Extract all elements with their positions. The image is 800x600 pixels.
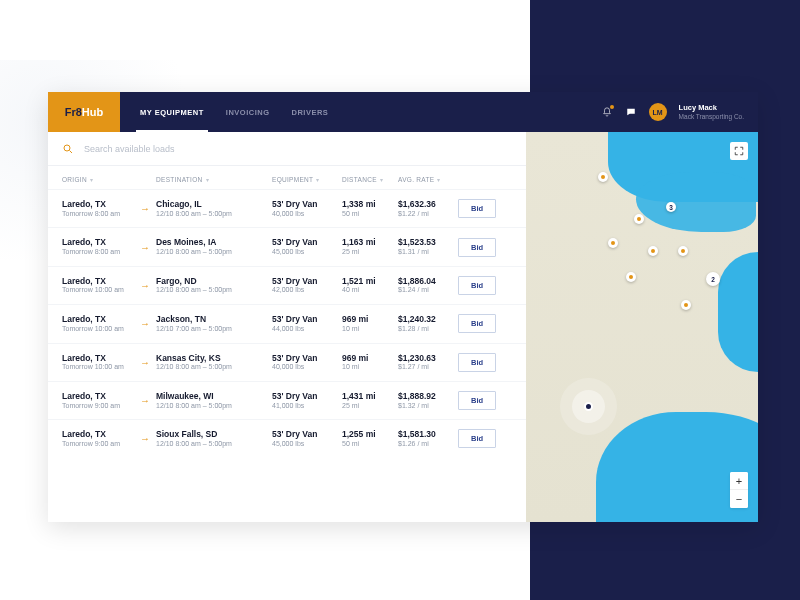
- cell-distance: 1,431 mi25 mi: [342, 391, 398, 410]
- load-row[interactable]: Laredo, TXTomorrow 9:00 am→Sioux Falls, …: [48, 419, 526, 457]
- user-meta: Lucy Mack Mack Transporting Co.: [679, 104, 744, 119]
- header-right: LM Lucy Mack Mack Transporting Co.: [601, 92, 758, 132]
- map-pin[interactable]: [626, 272, 636, 282]
- cell-destination: Des Moines, IA12/10 8:00 am – 5:00pm: [156, 237, 272, 256]
- cell-destination: Sioux Falls, SD12/10 8:00 am – 5:00pm: [156, 429, 272, 448]
- col-destination[interactable]: DESTINATION▾: [156, 176, 272, 183]
- svg-line-1: [70, 150, 73, 153]
- col-equipment[interactable]: EQUIPMENT▾: [272, 176, 342, 183]
- svg-point-0: [64, 145, 70, 151]
- cell-equipment: 53' Dry Van45,000 lbs: [272, 429, 342, 448]
- user-avatar[interactable]: LM: [649, 103, 667, 121]
- map-pin[interactable]: [681, 300, 691, 310]
- bid-button[interactable]: Bid: [458, 353, 496, 372]
- cell-rate: $1,240.32$1.28 / mi: [398, 314, 458, 333]
- cell-action: Bid: [458, 353, 512, 372]
- app-window: Fr8Hub MY EQUIPMENT INVOICING DRIVERS LM…: [48, 92, 758, 522]
- cell-action: Bid: [458, 314, 512, 333]
- user-company: Mack Transporting Co.: [679, 113, 744, 120]
- fullscreen-button[interactable]: [730, 142, 748, 160]
- brand-logo[interactable]: Fr8Hub: [48, 92, 120, 132]
- cell-destination: Milwaukee, WI12/10 8:00 am – 5:00pm: [156, 391, 272, 410]
- map-pin[interactable]: [678, 246, 688, 256]
- cell-origin: Laredo, TXTomorrow 10:00 am: [62, 353, 140, 372]
- cell-distance: 1,338 mi50 mi: [342, 199, 398, 218]
- map-cluster-pin[interactable]: 2: [706, 272, 720, 286]
- cell-destination: Fargo, ND12/10 8:00 am – 5:00pm: [156, 276, 272, 295]
- bell-icon[interactable]: [601, 106, 613, 118]
- sort-icon: ▾: [437, 176, 440, 183]
- map-pin[interactable]: [648, 246, 658, 256]
- origin-marker[interactable]: [584, 402, 593, 411]
- bid-button[interactable]: Bid: [458, 391, 496, 410]
- bid-button[interactable]: Bid: [458, 429, 496, 448]
- zoom-control: + −: [730, 472, 748, 508]
- user-name: Lucy Mack: [679, 104, 744, 112]
- cell-origin: Laredo, TXTomorrow 8:00 am: [62, 237, 140, 256]
- arrow-icon: →: [140, 280, 156, 291]
- load-rows[interactable]: Laredo, TXTomorrow 8:00 am→Chicago, IL12…: [48, 189, 526, 522]
- arrow-icon: →: [140, 395, 156, 406]
- cell-action: Bid: [458, 238, 512, 257]
- bid-button[interactable]: Bid: [458, 199, 496, 218]
- load-row[interactable]: Laredo, TXTomorrow 9:00 am→Milwaukee, WI…: [48, 381, 526, 419]
- map-panel[interactable]: 3 2 + −: [526, 132, 758, 522]
- app-body: ORIGIN▾ DESTINATION▾ EQUIPMENT▾ DISTANCE…: [48, 132, 758, 522]
- sort-icon: ▾: [380, 176, 383, 183]
- chat-icon[interactable]: [625, 106, 637, 118]
- cell-distance: 1,521 mi40 mi: [342, 276, 398, 295]
- cell-origin: Laredo, TXTomorrow 10:00 am: [62, 314, 140, 333]
- load-row[interactable]: Laredo, TXTomorrow 10:00 am→Jackson, TN1…: [48, 304, 526, 342]
- search-input[interactable]: [84, 144, 512, 154]
- bid-button[interactable]: Bid: [458, 314, 496, 333]
- cell-rate: $1,523.53$1.31 / mi: [398, 237, 458, 256]
- load-row[interactable]: Laredo, TXTomorrow 10:00 am→Kansas City,…: [48, 343, 526, 381]
- cell-rate: $1,581.30$1.26 / mi: [398, 429, 458, 448]
- map-water: [718, 252, 758, 372]
- cell-equipment: 53' Dry Van42,000 lbs: [272, 276, 342, 295]
- cell-equipment: 53' Dry Van40,000 lbs: [272, 353, 342, 372]
- column-headers: ORIGIN▾ DESTINATION▾ EQUIPMENT▾ DISTANCE…: [48, 166, 526, 189]
- cell-action: Bid: [458, 276, 512, 295]
- cell-destination: Jackson, TN12/10 7:00 am – 5:00pm: [156, 314, 272, 333]
- col-origin[interactable]: ORIGIN▾: [62, 176, 156, 183]
- map-pin[interactable]: [634, 214, 644, 224]
- sort-icon: ▾: [90, 176, 93, 183]
- cell-rate: $1,632.36$1.22 / mi: [398, 199, 458, 218]
- cell-origin: Laredo, TXTomorrow 8:00 am: [62, 199, 140, 218]
- map-pin[interactable]: [598, 172, 608, 182]
- search-bar: [48, 132, 526, 166]
- search-icon: [62, 143, 74, 155]
- cell-destination: Chicago, IL12/10 8:00 am – 5:00pm: [156, 199, 272, 218]
- cell-distance: 969 mi10 mi: [342, 314, 398, 333]
- nav-drivers[interactable]: DRIVERS: [291, 92, 328, 132]
- bid-button[interactable]: Bid: [458, 276, 496, 295]
- arrow-icon: →: [140, 318, 156, 329]
- cell-rate: $1,886.04$1.24 / mi: [398, 276, 458, 295]
- load-row[interactable]: Laredo, TXTomorrow 10:00 am→Fargo, ND12/…: [48, 266, 526, 304]
- bid-button[interactable]: Bid: [458, 238, 496, 257]
- col-distance[interactable]: DISTANCE▾: [342, 176, 398, 183]
- cell-distance: 969 mi10 mi: [342, 353, 398, 372]
- top-nav: MY EQUIPMENT INVOICING DRIVERS: [140, 92, 328, 132]
- map-water: [636, 172, 756, 232]
- cell-destination: Kansas City, KS12/10 8:00 am – 5:00pm: [156, 353, 272, 372]
- load-row[interactable]: Laredo, TXTomorrow 8:00 am→Chicago, IL12…: [48, 189, 526, 227]
- cell-action: Bid: [458, 391, 512, 410]
- col-rate[interactable]: AVG. RATE▾: [398, 176, 458, 183]
- nav-my-equipment[interactable]: MY EQUIPMENT: [140, 92, 204, 132]
- map-cluster-pin[interactable]: 3: [666, 202, 676, 212]
- map-pin[interactable]: [608, 238, 618, 248]
- zoom-in-button[interactable]: +: [730, 472, 748, 490]
- nav-invoicing[interactable]: INVOICING: [226, 92, 270, 132]
- cell-rate: $1,230.63$1.27 / mi: [398, 353, 458, 372]
- cell-origin: Laredo, TXTomorrow 10:00 am: [62, 276, 140, 295]
- arrow-icon: →: [140, 203, 156, 214]
- cell-equipment: 53' Dry Van45,000 lbs: [272, 237, 342, 256]
- cell-equipment: 53' Dry Van44,000 lbs: [272, 314, 342, 333]
- load-row[interactable]: Laredo, TXTomorrow 8:00 am→Des Moines, I…: [48, 227, 526, 265]
- cell-equipment: 53' Dry Van40,000 lbs: [272, 199, 342, 218]
- zoom-out-button[interactable]: −: [730, 490, 748, 508]
- cell-distance: 1,255 mi50 mi: [342, 429, 398, 448]
- brand-left: Fr8: [65, 106, 82, 118]
